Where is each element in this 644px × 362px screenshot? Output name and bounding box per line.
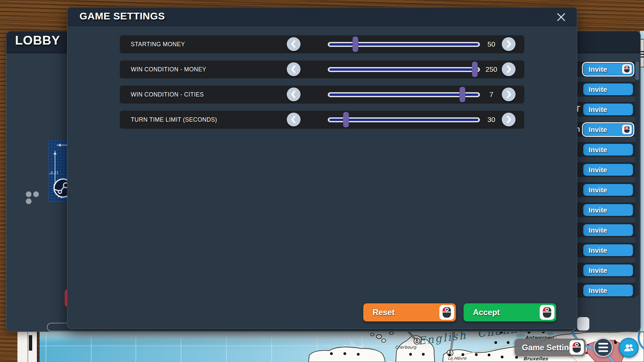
mouse-click-icon [622,64,632,74]
slider-stripe [329,43,478,46]
slider-track[interactable] [328,117,480,122]
modal-header: GAME SETTINGS [67,7,577,26]
accept-button-label: Accept [473,308,500,317]
game-settings-modal: GAME SETTINGS STARTING MONEY50WIN CONDIT… [67,7,577,329]
mouse-click-icon [622,125,632,134]
game-settings-button[interactable]: Game Settings [515,339,586,356]
invite-button[interactable]: Invite [583,184,633,196]
slider-handle[interactable] [353,37,358,52]
city-label-bruxelles: Bruxelles [523,356,548,361]
city-label-cherbourg: Cherbourg [395,345,417,350]
decrease-button[interactable] [287,37,301,51]
setting-label: WIN CONDITION - MONEY [131,60,206,78]
menu-button[interactable] [594,338,613,357]
dimension-arrow [57,145,68,145]
invite-button[interactable]: Invite [583,124,633,135]
setting-row: STARTING MONEY50 [120,35,524,53]
slider-track[interactable] [328,92,480,97]
chat-scrollbar-thumb[interactable] [577,317,589,330]
slider-track[interactable] [328,42,480,47]
lobby-title: LOBBY [15,34,60,48]
increase-button[interactable] [502,87,516,101]
invite-button-label: Invite [589,106,607,113]
invite-button[interactable]: Invite [583,164,633,176]
invite-button-label: Invite [589,206,607,214]
decrease-button[interactable] [287,62,301,76]
invite-button-label: Invite [589,287,607,294]
players-button[interactable] [619,338,639,358]
reset-button[interactable]: Reset [363,303,456,321]
invite-button[interactable]: Invite [583,264,633,276]
more-options-dots[interactable] [26,191,46,197]
invite-button-label: Invite [589,65,607,73]
map-margin-line [28,331,28,362]
invite-button[interactable]: Invite [583,224,633,236]
increase-button[interactable] [502,37,516,51]
increase-button[interactable] [502,62,516,76]
steam-logo [53,178,68,198]
setting-row: WIN CONDITION - MONEY250 [120,60,524,78]
invite-button-label: Invite [589,146,607,154]
reset-button-label: Reset [373,308,394,317]
invite-button-label: Invite [589,186,607,194]
map-frame-line [39,331,39,362]
mouse-click-icon [570,340,584,355]
setting-label: WIN CONDITION - CITIES [131,85,204,104]
invite-button[interactable]: Invite [583,104,633,115]
invite-button[interactable]: Invite [583,144,633,156]
map-scale-bar [29,335,32,351]
mouse-click-icon [540,305,554,320]
setting-label: TURN TIME LIMIT (SECONDS) [131,111,217,129]
invite-button[interactable]: Invite [583,204,633,216]
game-screen: English Channel Cherbourg Le Havre Antwe… [0,0,644,362]
invite-button-label: Invite [589,246,607,254]
people-icon [623,342,635,354]
slider-stripe [329,68,478,71]
steam-avatar-image: 12'6" [49,140,68,201]
city-label-lehavre: Le Havre [448,356,467,361]
invite-button[interactable]: Invite [583,285,633,296]
increase-button[interactable] [502,113,516,126]
accept-button[interactable]: Accept [464,303,556,321]
map-frame-line [37,331,38,362]
setting-row: TURN TIME LIMIT (SECONDS)30 [120,111,524,129]
slider-track[interactable] [328,67,480,72]
close-icon[interactable] [555,11,568,23]
invite-button-label: Invite [589,266,607,274]
slider-stripe [329,119,478,121]
scrollbar-thumb[interactable] [635,61,639,80]
invite-button[interactable]: Invite [583,244,633,256]
invite-button-label: Invite [589,126,607,133]
invite-button-label: Invite [589,85,607,93]
slider-stripe [329,94,478,96]
invite-button-label: Invite [589,226,607,234]
mouse-click-icon [439,305,454,320]
setting-row: WIN CONDITION - CITIES7 [120,85,524,104]
player-list-scrollbar[interactable] [635,61,639,296]
decrease-button[interactable] [287,113,301,126]
invite-button-label: Invite [589,166,607,174]
slider-handle[interactable] [343,112,349,127]
slider-handle[interactable] [460,87,465,102]
decrease-button[interactable] [287,87,301,101]
invite-button[interactable]: Invite [583,63,633,75]
map-margin [17,331,37,362]
avatar-dimension-label: 12'6" [49,171,58,175]
modal-title: GAME SETTINGS [79,10,165,22]
setting-label: STARTING MONEY [131,35,185,53]
invite-button[interactable]: Invite [583,83,633,95]
